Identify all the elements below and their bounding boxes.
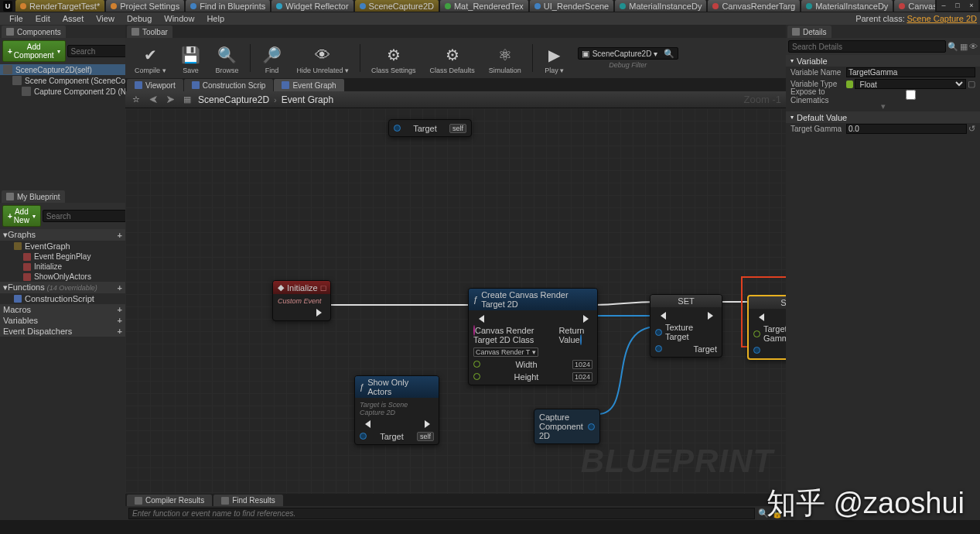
- nav-back-icon[interactable]: ⮜: [147, 94, 159, 106]
- expose-cinematics-checkbox[interactable]: [846, 90, 975, 100]
- node-create-canvas-render-target[interactable]: ƒCreate Canvas Render Target 2D Canvas R…: [468, 288, 598, 385]
- close-button[interactable]: ×: [965, 0, 978, 11]
- my-blueprint-panel-tab[interactable]: My Blueprint: [2, 190, 65, 203]
- graph-canvas[interactable]: Targetself ◆Initialize□ Custom Event ƒSh…: [125, 108, 786, 494]
- document-tab[interactable]: Project Settings: [106, 0, 184, 12]
- document-tab[interactable]: Mat_RenderedTex: [440, 0, 528, 12]
- toolbar-compile-button[interactable]: ✔Compile ▾: [130, 43, 171, 76]
- menu-bar: FileEditAssetViewDebugWindowHelp Parent …: [0, 12, 980, 25]
- parent-class-link[interactable]: Scene Capture 2D: [907, 14, 978, 23]
- section-functions[interactable]: ▾Functions (14 Overridable)+: [0, 282, 125, 293]
- section-graphs[interactable]: ▾Graphs+: [0, 229, 125, 241]
- save-icon: 💾: [180, 44, 202, 66]
- toolbar-find-button[interactable]: 🔎Find: [257, 43, 288, 76]
- sub-tab-event-graph[interactable]: Event Graph: [274, 79, 343, 91]
- maximize-button[interactable]: □: [951, 0, 965, 11]
- node-show-only-actors[interactable]: ƒShow Only Actors Target is Scene Captur…: [354, 375, 439, 445]
- add-graph-button[interactable]: +: [118, 231, 122, 240]
- component-icon: [3, 65, 12, 74]
- menu-debug[interactable]: Debug: [121, 14, 158, 23]
- toolbar-browse-button[interactable]: 🔍Browse: [211, 43, 244, 76]
- node-capture-component[interactable]: Capture Component 2D: [534, 409, 600, 444]
- document-tab[interactable]: MaterialInstanceDy: [615, 0, 706, 12]
- simulation-icon: ⚛: [494, 44, 516, 66]
- tab-icon: [712, 3, 719, 9]
- tab-icon: [534, 3, 541, 9]
- details-search-input[interactable]: [788, 40, 946, 53]
- type-color-swatch: [846, 80, 853, 88]
- details-panel-tab[interactable]: Details: [787, 26, 831, 38]
- find-input[interactable]: [128, 508, 755, 519]
- tab-icon: [360, 3, 366, 9]
- variable-type-select[interactable]: Float: [855, 79, 966, 89]
- mybp-search-input[interactable]: [43, 210, 125, 222]
- toolbar-class-settings-button[interactable]: ⚙Class Settings: [367, 43, 421, 76]
- document-tab[interactable]: SceneCapture2D: [355, 0, 439, 12]
- add-macro-button[interactable]: +: [118, 305, 122, 314]
- toolbar-hide-unrelated-button[interactable]: 👁Hide Unrelated ▾: [292, 43, 354, 76]
- component-tree-item[interactable]: Scene Component (SceneComponent): [0, 75, 125, 86]
- add-function-button[interactable]: +: [118, 283, 122, 293]
- add-variable-button[interactable]: +: [118, 316, 122, 325]
- add-new-button[interactable]: Add New: [2, 205, 41, 227]
- grid-view-icon[interactable]: ▦: [960, 42, 968, 52]
- default-value-input[interactable]: [846, 124, 967, 134]
- node-initialize[interactable]: ◆Initialize□ Custom Event: [272, 280, 331, 321]
- event-item[interactable]: ShowOnlyActors: [0, 272, 125, 282]
- node-target-self[interactable]: Targetself: [388, 119, 472, 137]
- section-macros[interactable]: Macros+: [0, 304, 125, 315]
- breadcrumb-leaf[interactable]: Event Graph: [282, 94, 333, 105]
- width-input[interactable]: 1024: [572, 360, 592, 369]
- bottom-tab-compiler-results[interactable]: Compiler Results: [127, 495, 212, 506]
- category-default-value[interactable]: Default Value: [786, 111, 980, 123]
- menu-help[interactable]: Help: [200, 14, 230, 23]
- document-tab[interactable]: CanvasRenderTarg: [708, 0, 800, 12]
- toolbar-play-button[interactable]: ▶Play ▾: [539, 43, 570, 76]
- menu-view[interactable]: View: [90, 14, 121, 23]
- graph-item[interactable]: EventGraph: [0, 241, 125, 252]
- toolbar-save-button[interactable]: 💾Save: [176, 43, 207, 76]
- components-panel-tab[interactable]: Components: [2, 26, 66, 38]
- menu-edit[interactable]: Edit: [29, 14, 56, 23]
- add-dispatcher-button[interactable]: +: [118, 327, 122, 336]
- document-tab[interactable]: UI_RenderScene: [530, 0, 613, 12]
- menu-asset[interactable]: Asset: [56, 14, 90, 23]
- node-set-texture-target[interactable]: SET Texture Target Target: [650, 294, 722, 358]
- node-set-target-gamma[interactable]: SET Target Gamma1.1 Target: [747, 295, 786, 360]
- section-dispatchers[interactable]: Event Dispatchers+: [0, 326, 125, 337]
- container-type-icon[interactable]: ▢: [968, 79, 975, 89]
- toolbar-class-defaults-button[interactable]: ⚙Class Defaults: [425, 43, 480, 76]
- menu-window[interactable]: Window: [158, 14, 200, 23]
- add-component-button[interactable]: Add Component: [2, 40, 66, 62]
- expand-icon[interactable]: ▾: [786, 101, 980, 111]
- sub-tab-viewport[interactable]: Viewport: [127, 79, 183, 91]
- tab-icon: [111, 3, 117, 9]
- debug-object-select[interactable]: ▣SceneCapture2D ▾ 🔍: [578, 47, 678, 60]
- document-tab[interactable]: MaterialInstanceDy: [801, 0, 893, 12]
- function-item[interactable]: ConstructionScript: [0, 293, 125, 304]
- category-variable[interactable]: Variable: [786, 55, 980, 67]
- favorite-icon[interactable]: ☆: [130, 94, 142, 106]
- sub-tab-construction-scrip[interactable]: Construction Scrip: [184, 79, 274, 91]
- document-tab[interactable]: Find in Blueprints: [186, 0, 270, 12]
- revert-icon[interactable]: ↺: [968, 124, 975, 134]
- components-search-input[interactable]: [67, 45, 125, 57]
- eye-icon[interactable]: 👁: [969, 42, 978, 51]
- document-tab[interactable]: RenderTargetTest*: [15, 0, 104, 12]
- document-tab[interactable]: Widget Reflector: [271, 0, 353, 12]
- minimize-button[interactable]: –: [937, 0, 951, 11]
- bottom-tab-find-results[interactable]: Find Results: [213, 495, 283, 506]
- document-tab[interactable]: CanvasRenderTarg: [894, 0, 935, 12]
- menu-file[interactable]: File: [3, 14, 29, 23]
- variable-name-input[interactable]: [846, 67, 975, 77]
- event-item[interactable]: Event BeginPlay: [0, 252, 125, 262]
- component-tree-item[interactable]: Capture Component 2D (NewSceneC: [0, 86, 125, 97]
- nav-fwd-icon[interactable]: ⮞: [164, 94, 176, 106]
- height-input[interactable]: 1024: [572, 372, 592, 382]
- section-variables[interactable]: Variables+: [0, 315, 125, 326]
- toolbar-simulation-button[interactable]: ⚛Simulation: [484, 43, 526, 76]
- breadcrumb-root[interactable]: SceneCapture2D: [198, 94, 269, 105]
- event-item[interactable]: Initialize: [0, 262, 125, 272]
- toolbar-panel-tab: Toolbar: [127, 26, 172, 38]
- component-tree-item[interactable]: SceneCapture2D(self): [0, 64, 125, 75]
